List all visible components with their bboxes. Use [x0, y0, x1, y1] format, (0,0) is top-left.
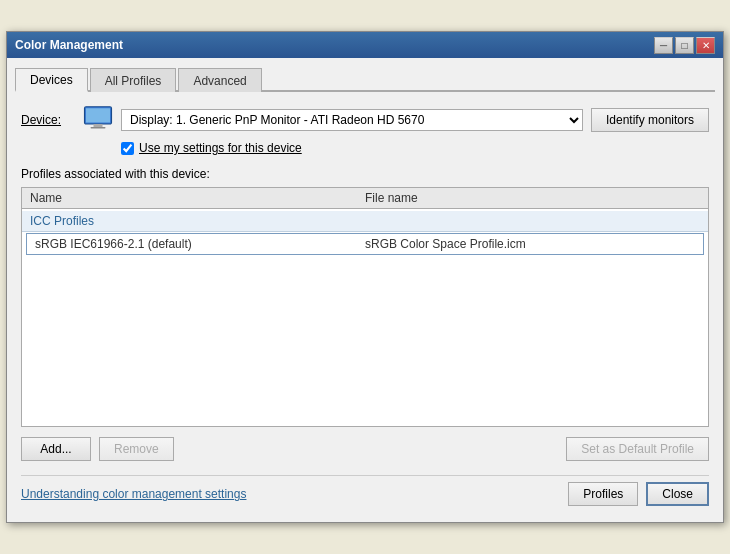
main-content: Device: Display: 1. Generic PnP Monitor … [15, 102, 715, 514]
tab-advanced-label: Advanced [193, 74, 246, 88]
use-settings-label: Use my settings for this device [139, 141, 302, 155]
footer-buttons: Profiles Close [568, 482, 709, 506]
close-button[interactable]: Close [646, 482, 709, 506]
col-name-header: Name [30, 191, 365, 205]
icc-profiles-group[interactable]: ICC Profiles [22, 211, 708, 232]
tab-all-profiles[interactable]: All Profiles [90, 68, 177, 92]
svg-rect-3 [91, 127, 106, 129]
profile-name: sRGB IEC61966-2.1 (default) [35, 237, 365, 251]
color-management-window: Color Management ─ □ ✕ Devices All Profi… [6, 31, 724, 523]
col-filename-header: File name [365, 191, 700, 205]
tab-advanced[interactable]: Advanced [178, 68, 261, 92]
help-link[interactable]: Understanding color management settings [21, 487, 246, 501]
action-buttons: Add... Remove Set as Default Profile [21, 437, 709, 461]
use-settings-row: Use my settings for this device [121, 141, 709, 155]
window-controls: ─ □ ✕ [654, 37, 715, 54]
identify-monitors-button[interactable]: Identify monitors [591, 108, 709, 132]
device-select[interactable]: Display: 1. Generic PnP Monitor - ATI Ra… [121, 109, 583, 131]
set-default-button[interactable]: Set as Default Profile [566, 437, 709, 461]
tab-all-profiles-label: All Profiles [105, 74, 162, 88]
profiles-associated-label: Profiles associated with this device: [21, 167, 709, 181]
device-dropdown: Display: 1. Generic PnP Monitor - ATI Ra… [121, 108, 709, 132]
remove-button[interactable]: Remove [99, 437, 174, 461]
table-body: ICC Profiles sRGB IEC61966-2.1 (default)… [22, 209, 708, 258]
table-row[interactable]: sRGB IEC61966-2.1 (default) sRGB Color S… [26, 233, 704, 255]
window-body: Devices All Profiles Advanced Device: [7, 58, 723, 522]
window-close-button[interactable]: ✕ [696, 37, 715, 54]
svg-rect-2 [94, 124, 103, 127]
device-row: Device: Display: 1. Generic PnP Monitor … [21, 106, 709, 133]
maximize-button[interactable]: □ [675, 37, 694, 54]
tab-devices[interactable]: Devices [15, 68, 88, 92]
table-header: Name File name [22, 188, 708, 209]
profile-filename: sRGB Color Space Profile.icm [365, 237, 695, 251]
device-label: Device: [21, 113, 75, 127]
use-settings-checkbox[interactable] [121, 142, 134, 155]
title-bar: Color Management ─ □ ✕ [7, 32, 723, 58]
window-title: Color Management [15, 38, 123, 52]
minimize-button[interactable]: ─ [654, 37, 673, 54]
profiles-button[interactable]: Profiles [568, 482, 638, 506]
tab-devices-label: Devices [30, 73, 73, 87]
tabs-container: Devices All Profiles Advanced [15, 66, 715, 92]
footer: Understanding color management settings … [21, 475, 709, 506]
svg-rect-1 [86, 108, 110, 122]
monitor-icon [83, 106, 113, 133]
profiles-table: Name File name ICC Profiles sRGB IEC6196… [21, 187, 709, 427]
add-button[interactable]: Add... [21, 437, 91, 461]
